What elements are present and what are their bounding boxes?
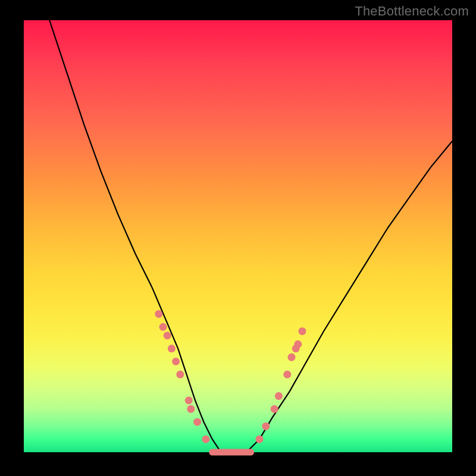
curve-marker-dot <box>176 371 184 378</box>
curve-marker-dot <box>262 422 270 430</box>
curve-marker-dot <box>271 405 278 413</box>
curve-marker-dot <box>256 436 264 443</box>
curve-marker-dot <box>185 396 193 404</box>
curve-marker-dot <box>187 405 195 413</box>
curve-marker-dot <box>275 392 283 400</box>
curve-marker-dot <box>299 327 306 335</box>
curve-marker-dot <box>202 436 210 443</box>
curve-marker-dot <box>155 310 162 318</box>
curve-marker-dot <box>288 353 296 361</box>
curve-marker-dot <box>164 332 171 340</box>
chart-svg <box>24 20 452 452</box>
watermark-label: TheBottleneck.com <box>355 4 469 19</box>
chart-frame: TheBottleneck.com <box>0 0 476 476</box>
curve-markers <box>155 310 306 443</box>
curve-marker-dot <box>193 418 201 426</box>
curve-marker-dot <box>283 371 291 378</box>
curve-marker-dot <box>294 340 302 348</box>
curve-marker-dot <box>159 323 167 331</box>
plot-area <box>24 20 452 452</box>
bottleneck-curve <box>49 20 452 452</box>
curve-marker-dot <box>168 345 176 352</box>
curve-marker-dot <box>172 358 180 365</box>
